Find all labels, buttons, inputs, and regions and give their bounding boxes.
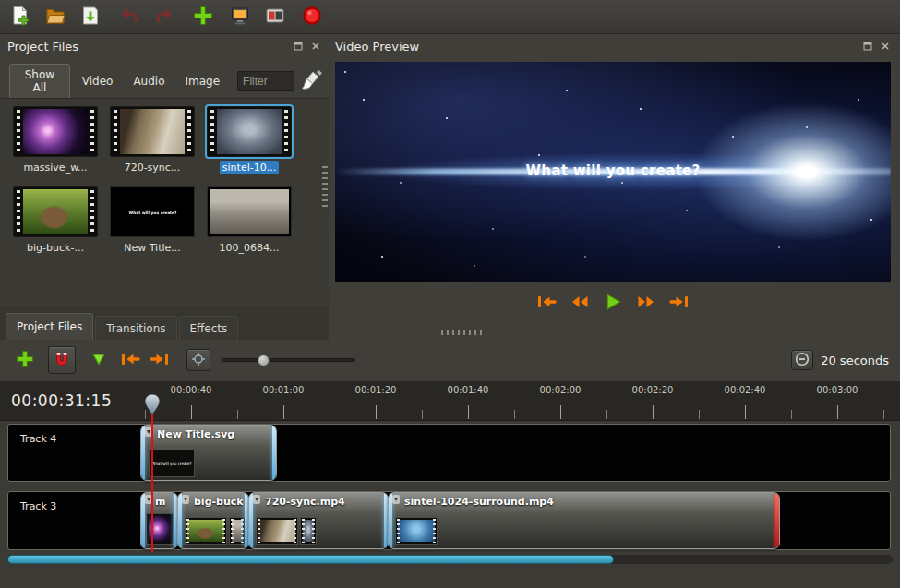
clip-thumbnail: [229, 517, 246, 545]
play-button[interactable]: [600, 290, 626, 316]
center-playhead-icon: [192, 353, 205, 368]
clip-menu-icon[interactable]: ▾: [253, 495, 260, 504]
tab-project-files[interactable]: Project Files: [6, 313, 93, 340]
play-icon: [604, 293, 622, 314]
filter-input[interactable]: [237, 71, 294, 91]
export-video-button[interactable]: [299, 4, 325, 30]
jump-end-icon: [669, 294, 690, 313]
clip-big-buck[interactable]: ▾ big-buck-: [177, 492, 249, 549]
file-item-new-title[interactable]: What will you create? New Title...: [106, 186, 198, 255]
tab-effects[interactable]: Effects: [179, 316, 239, 340]
clip-new-title[interactable]: ▾ New Title.svg What will you create?: [140, 425, 277, 481]
timeline-ruler[interactable]: 00:00:31:15 00:00:40 00:01:00 00:01:20 0…: [0, 381, 900, 421]
project-files-panel: Project Files Show All Video Audio Image…: [0, 35, 329, 340]
center-playhead-button[interactable]: [186, 349, 210, 371]
clip-thumb-text: What will you create?: [154, 453, 189, 474]
track-name-label: Track 4: [20, 433, 56, 445]
jump-start-button[interactable]: [534, 290, 559, 316]
jump-end-button[interactable]: [666, 290, 692, 316]
brush-icon: [300, 70, 322, 93]
undo-button[interactable]: [116, 4, 142, 30]
file-item-720-sync[interactable]: 720-sync...: [106, 106, 198, 174]
clear-filter-button[interactable]: [298, 69, 323, 93]
timeline-scrollbar-track[interactable]: [7, 555, 893, 564]
filter-image-button[interactable]: Image: [177, 71, 229, 91]
file-label: 100_0684...: [217, 241, 282, 255]
add-marker-button[interactable]: [85, 346, 113, 374]
add-track-button[interactable]: [11, 346, 39, 374]
file-label: New Title...: [121, 241, 184, 255]
clip-massive[interactable]: ▾ m: [140, 492, 178, 549]
vertical-splitter-handle[interactable]: [322, 166, 328, 207]
zoom-scale-label: 20 seconds: [821, 354, 889, 367]
float-panel-button[interactable]: [292, 41, 304, 53]
save-project-button[interactable]: [78, 4, 103, 30]
ruler-ticks-major: [191, 405, 900, 419]
open-project-button[interactable]: [42, 4, 68, 30]
import-files-icon: [192, 5, 214, 30]
video-preview-header: Video Preview: [335, 40, 891, 54]
zoom-slider[interactable]: [222, 358, 355, 362]
previous-marker-icon: [120, 351, 140, 370]
project-files-title: Project Files: [7, 40, 78, 54]
rewind-button[interactable]: [567, 290, 593, 316]
clip-menu-icon[interactable]: ▾: [392, 495, 400, 504]
zoom-out-button[interactable]: [791, 350, 813, 370]
playhead-time-display: 00:00:31:15: [11, 391, 112, 410]
undo-icon: [119, 6, 139, 29]
new-project-button[interactable]: [7, 4, 33, 30]
main-toolbar: [0, 0, 900, 34]
snapping-toggle-button[interactable]: [48, 346, 76, 374]
import-files-button[interactable]: [190, 4, 216, 30]
animated-title-button[interactable]: [262, 4, 288, 30]
previous-marker-button[interactable]: [116, 346, 144, 374]
timeline-toolbar: 20 seconds: [0, 340, 900, 380]
file-item-big-buck[interactable]: big-buck-...: [9, 186, 102, 255]
file-item-100-0684[interactable]: 100_0684...: [203, 186, 295, 255]
video-preview-title: Video Preview: [335, 40, 419, 54]
video-preview-frame: What will you create?: [335, 62, 891, 282]
fast-forward-button[interactable]: [633, 290, 659, 316]
jump-start-icon: [536, 294, 557, 313]
horizontal-splitter-handle[interactable]: [441, 330, 482, 335]
file-thumbnail: [207, 106, 292, 157]
openshot-window: Project Files Show All Video Audio Image…: [0, 0, 900, 588]
playhead-marker[interactable]: [144, 393, 161, 419]
clip-thumbnail: [300, 517, 317, 545]
tab-transitions[interactable]: Transitions: [95, 316, 176, 340]
file-thumbnail: [13, 186, 98, 237]
file-thumbnail: [110, 106, 195, 157]
clip-label: m: [155, 496, 172, 508]
playback-controls: [335, 290, 891, 316]
stars-decoration: [344, 71, 346, 73]
clip-720-sync[interactable]: ▾ 720-sync.mp4: [248, 492, 389, 549]
clip-thumbnail: [395, 517, 438, 545]
choose-profile-button[interactable]: [227, 4, 253, 30]
file-item-massive[interactable]: massive_w...: [9, 106, 102, 174]
timeline-scrollbar-thumb[interactable]: [7, 555, 614, 564]
ruler-label: 00:00:40: [154, 385, 228, 395]
file-filter-bar: Show All Video Audio Image: [9, 68, 323, 94]
ruler-label: 00:01:00: [246, 385, 320, 395]
file-label: massive_w...: [20, 161, 90, 174]
redo-icon: [154, 6, 174, 29]
file-thumbnail: [207, 186, 292, 237]
next-marker-button[interactable]: [146, 346, 174, 374]
filter-audio-button[interactable]: Audio: [125, 71, 173, 91]
preview-overlay-text: What will you create?: [335, 162, 891, 179]
close-panel-button[interactable]: [879, 41, 891, 53]
float-panel-button[interactable]: [861, 41, 873, 53]
clip-label: big-buck-: [194, 496, 243, 508]
zoom-slider-handle[interactable]: [258, 354, 270, 366]
file-thumbnail: [13, 106, 98, 157]
file-item-sintel[interactable]: sintel-10...: [203, 106, 295, 174]
clip-menu-icon[interactable]: ▾: [182, 495, 189, 504]
ruler-label: 00:01:40: [431, 385, 505, 395]
filter-show-all-button[interactable]: Show All: [9, 64, 70, 99]
close-icon: [311, 40, 320, 54]
clip-sintel[interactable]: ▾ sintel-1024-surround.mp4: [388, 492, 780, 549]
redo-button[interactable]: [151, 4, 177, 30]
close-panel-button[interactable]: [309, 41, 321, 53]
left-panel-tabbar: Project Files Transitions Effects: [0, 306, 329, 340]
filter-video-button[interactable]: Video: [74, 71, 122, 91]
